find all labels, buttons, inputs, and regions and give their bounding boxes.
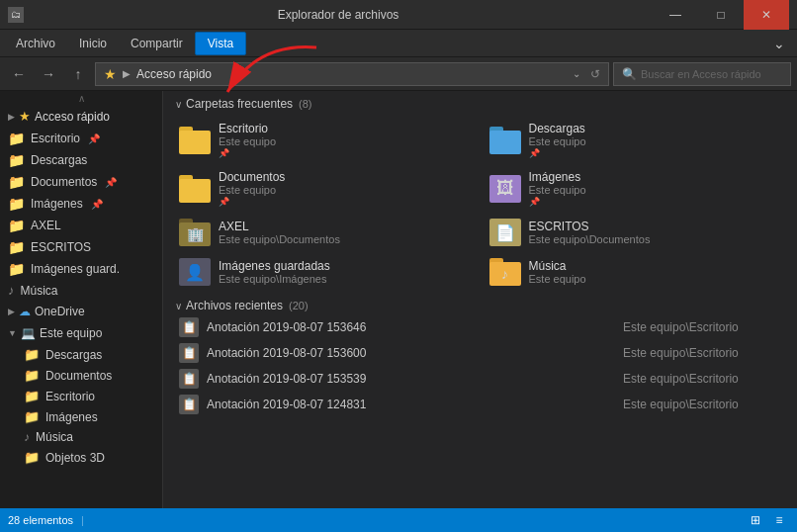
- forward-button[interactable]: →: [36, 61, 61, 87]
- menu-vista[interactable]: Vista: [195, 32, 246, 55]
- sidebar-section-acceso-rapido[interactable]: ▶ ★ Acceso rápido: [0, 105, 162, 128]
- chevron-right-icon: ▶: [8, 112, 15, 122]
- folder-blue-icon: 📁: [8, 131, 25, 146]
- sidebar-item-escritos[interactable]: 📁 ESCRITOS: [0, 236, 162, 258]
- recent-files-header[interactable]: ∨ Archivos recientes (20): [163, 293, 797, 314]
- menu-inicio[interactable]: Inicio: [67, 33, 119, 54]
- up-button[interactable]: ↑: [65, 61, 91, 87]
- folder-thumb-axel: 🏢: [179, 219, 211, 246]
- recent-item-3[interactable]: 📋 Anotación 2019-08-07 153539 Este equip…: [171, 366, 789, 392]
- folder-info-axel: AXEL Este equipo\Documentos: [219, 220, 472, 245]
- sidebar-escritos-label: ESCRITOS: [31, 240, 91, 254]
- address-text: Acceso rápido: [136, 67, 212, 81]
- folder-descargas[interactable]: Descargas Este equipo 📌: [482, 117, 790, 163]
- search-bar[interactable]: 🔍 Buscar en Acceso rápido: [613, 62, 791, 86]
- search-placeholder: Buscar en Acceso rápido: [641, 68, 761, 80]
- folder-name-musica: Música: [529, 259, 782, 273]
- title-bar: 🗂 Explorador de archivos — □ ✕: [0, 0, 797, 30]
- sidebar-imagenes-label: Imágenes: [31, 197, 83, 211]
- sidebar-onedrive-label: OneDrive: [35, 305, 85, 318]
- sidebar-escritorio-label: Escritorio: [31, 132, 80, 145]
- sidebar-pc-imagenes[interactable]: 📁 Imágenes: [0, 406, 162, 427]
- folder-name-descargas: Descargas: [529, 122, 782, 135]
- close-button[interactable]: ✕: [744, 0, 789, 30]
- view-grid-button[interactable]: ⊞: [746, 510, 765, 530]
- frequent-folders-count: (8): [299, 98, 311, 110]
- folder-blue-icon: 📁: [24, 368, 40, 383]
- folder-escritorio[interactable]: Escritorio Este equipo 📌: [171, 117, 480, 163]
- sidebar-item-escritorio[interactable]: 📁 Escritorio 📌: [0, 128, 162, 149]
- folder-blue-icon: 📁: [8, 174, 25, 190]
- recent-item-2[interactable]: 📋 Anotación 2019-08-07 153600 Este equip…: [171, 340, 789, 366]
- file-icon-2: 📋: [179, 343, 199, 363]
- sidebar-item-imagenes[interactable]: 📁 Imágenes 📌: [0, 193, 162, 215]
- recent-name-1: Anotación 2019-08-07 153646: [207, 320, 615, 334]
- menu-compartir[interactable]: Compartir: [119, 33, 195, 54]
- folder-name-escritorio: Escritorio: [219, 122, 472, 135]
- maximize-button[interactable]: □: [698, 0, 744, 30]
- recent-location-3: Este equipo\Escritorio: [623, 372, 781, 386]
- address-star-icon: ★: [104, 66, 117, 82]
- chevron-down-icon: ▼: [8, 328, 17, 338]
- sidebar-item-axel[interactable]: 📁 AXEL: [0, 215, 162, 236]
- section-chevron-icon: ∨: [175, 301, 182, 311]
- pin-icon: 📌: [91, 199, 103, 210]
- sidebar-pc-objetos3d[interactable]: 📁 Objetos 3D: [0, 447, 162, 468]
- sidebar-item-descargas[interactable]: 📁 Descargas: [0, 149, 162, 171]
- sidebar: ∧ ▶ ★ Acceso rápido 📁 Escritorio 📌 📁 Des…: [0, 91, 163, 508]
- pc-descargas-label: Descargas: [45, 348, 102, 362]
- folder-imagenes-guardadas[interactable]: 👤 Imágenes guardadas Este equipo\Imágene…: [171, 253, 480, 291]
- sidebar-scroll-up[interactable]: ∧: [0, 91, 162, 105]
- folder-blue-icon: 📁: [24, 389, 40, 403]
- sidebar-section-este-equipo[interactable]: ▼ 💻 Este equipo: [0, 322, 162, 344]
- folder-imagenes[interactable]: 🖼 Imágenes Este equipo 📌: [482, 165, 790, 212]
- sidebar-pc-musica[interactable]: ♪ Música: [0, 427, 162, 447]
- search-icon: 🔍: [622, 67, 637, 81]
- ribbon-toggle[interactable]: ⌄: [765, 32, 793, 55]
- recent-item-1[interactable]: 📋 Anotación 2019-08-07 153646 Este equip…: [171, 314, 789, 340]
- sidebar-pc-escritorio[interactable]: 📁 Escritorio: [0, 386, 162, 406]
- cloud-icon: ☁: [19, 305, 31, 318]
- folder-name-imagenes-guardadas: Imágenes guardadas: [219, 259, 472, 273]
- address-bar[interactable]: ★ ▶ Acceso rápido ⌄ ↺: [95, 62, 609, 86]
- view-list-button[interactable]: ≡: [769, 510, 789, 530]
- sidebar-item-documentos[interactable]: 📁 Documentos 📌: [0, 171, 162, 193]
- recent-item-4[interactable]: 📋 Anotación 2019-08-07 124831 Este equip…: [171, 392, 789, 417]
- folder-axel[interactable]: 🏢 AXEL Este equipo\Documentos: [171, 214, 480, 251]
- folder-thumb-escritorio: [179, 127, 211, 154]
- menu-archivo[interactable]: Archivo: [4, 33, 67, 54]
- folder-info-escritos: ESCRITOS Este equipo\Documentos: [529, 220, 782, 245]
- refresh-icon[interactable]: ↺: [590, 67, 600, 81]
- recent-location-4: Este equipo\Escritorio: [623, 398, 781, 411]
- sidebar-pc-descargas[interactable]: 📁 Descargas: [0, 344, 162, 365]
- recent-name-3: Anotación 2019-08-07 153539: [207, 372, 615, 386]
- folder-thumb-escritos: 📄: [489, 219, 521, 246]
- sidebar-item-musica[interactable]: ♪ Música: [0, 280, 162, 301]
- app-icon: 🗂: [8, 7, 24, 23]
- back-button[interactable]: ←: [6, 61, 32, 87]
- sidebar-descargas-label: Descargas: [31, 153, 87, 167]
- sidebar-musica-label: Música: [21, 284, 58, 298]
- folder-name-escritos: ESCRITOS: [529, 220, 782, 233]
- file-icon-1: 📋: [179, 317, 199, 337]
- title-bar-icons: 🗂: [8, 7, 24, 23]
- music-icon: ♪: [24, 430, 30, 444]
- main-area: ∧ ▶ ★ Acceso rápido 📁 Escritorio 📌 📁 Des…: [0, 91, 797, 508]
- window-title: Explorador de archivos: [32, 8, 645, 22]
- folders-grid: Escritorio Este equipo 📌 Descargas Este …: [163, 115, 797, 293]
- window-controls[interactable]: — □ ✕: [653, 0, 789, 30]
- sidebar-pc-documentos[interactable]: 📁 Documentos: [0, 365, 162, 386]
- folder-documentos[interactable]: Documentos Este equipo 📌: [171, 165, 480, 212]
- pin-icon: 📌: [529, 197, 782, 207]
- sidebar-section-onedrive[interactable]: ▶ ☁ OneDrive: [0, 301, 162, 322]
- folder-yellow-icon: 📁: [8, 239, 25, 255]
- pin-icon: 📌: [105, 177, 117, 188]
- pc-documentos-label: Documentos: [45, 369, 112, 383]
- folder-musica[interactable]: ♪ Música Este equipo: [482, 253, 790, 291]
- folder-escritos[interactable]: 📄 ESCRITOS Este equipo\Documentos: [482, 214, 790, 251]
- recent-name-2: Anotación 2019-08-07 153600: [207, 346, 615, 360]
- minimize-button[interactable]: —: [653, 0, 698, 30]
- frequent-folders-header[interactable]: ∨ Carpetas frecuentes (8): [163, 91, 797, 115]
- folder-path-imagenes: Este equipo: [529, 184, 782, 196]
- sidebar-item-imagenes-guard[interactable]: 📁 Imágenes guard.: [0, 258, 162, 280]
